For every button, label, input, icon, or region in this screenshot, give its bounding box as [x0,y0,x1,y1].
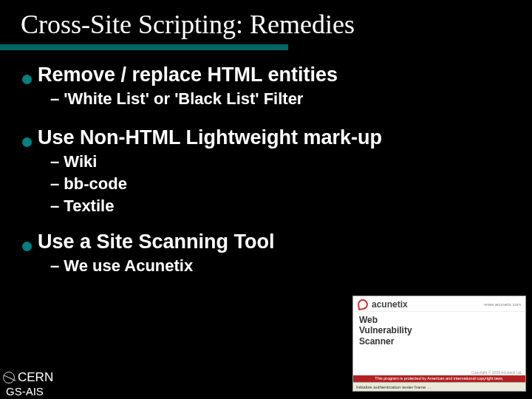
sub-bullet-textile: – Textile [22,197,517,216]
bullet-text: Remove / replace HTML entities [38,64,338,86]
acunetix-screenshot: acunetix www.acunetix.com Web Vulnerabil… [352,296,526,392]
license-bar: This program is protected by American an… [353,375,525,382]
sub-bullet-wiki: – Wiki [22,152,517,171]
copyright-text: Copyright © 2009 Acunetix Ltd. [471,370,522,375]
acunetix-url: www.acunetix.com [484,302,521,307]
status-bar: Initialize authentication tester frame … [353,382,525,391]
sub-bullet-bbcode: – bb-code [22,174,517,194]
acunetix-brand: acunetix [372,299,408,310]
bullet-dot-icon [22,137,32,147]
product-line1: Web [359,315,378,325]
bullet-remove-replace: Remove / replace HTML entities [22,64,517,86]
product-name: Web Vulnerability Scanner [359,315,519,347]
product-line2: Vulnerability [359,325,412,335]
bullet-scanning-tool: Use a Site Scanning Tool [22,231,517,253]
sub-bullet-acunetix: – We use Acunetix [22,256,517,276]
bullet-non-html-markup: Use Non-HTML Lightweight mark-up [22,126,517,149]
cern-logo-icon [3,372,15,383]
org-name: CERN [18,370,53,385]
sub-bullet-whitelist: – 'White List' or 'Black List' Filter [22,89,517,109]
title-underline [0,44,288,50]
acunetix-logo-icon [357,299,369,310]
bullet-text: Use Non-HTML Lightweight mark-up [38,126,382,149]
slide-title: Cross-Site Scripting: Remedies [0,0,532,44]
product-line3: Scanner [359,336,394,347]
bullet-dot-icon [22,242,32,251]
bullet-text: Use a Site Scanning Tool [38,231,275,253]
slide-content: Remove / replace HTML entities – 'White … [0,64,532,276]
screenshot-header: acunetix www.acunetix.com [353,296,525,312]
screenshot-body: Web Vulnerability Scanner [353,312,525,354]
bullet-dot-icon [22,75,32,84]
